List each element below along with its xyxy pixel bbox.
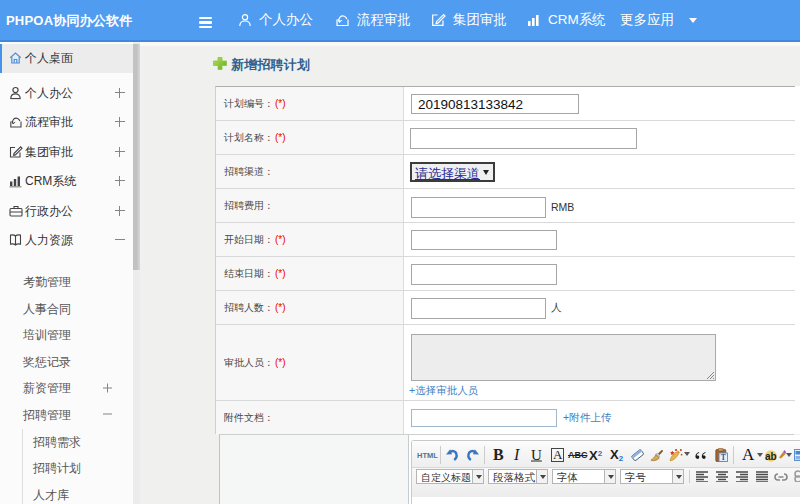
svg-text:T: T: [721, 453, 726, 462]
